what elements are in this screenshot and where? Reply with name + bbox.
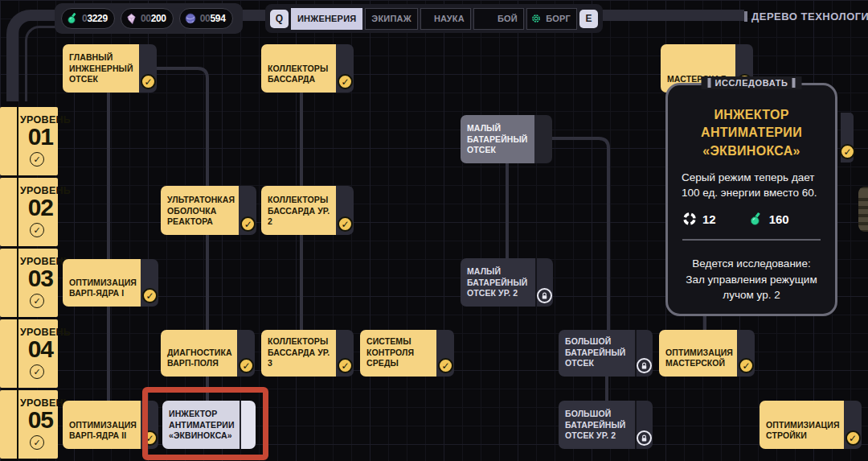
node-strip: ✓ <box>336 44 354 93</box>
popup-divider <box>682 239 821 241</box>
lock-icon <box>637 430 652 446</box>
tech-node-bussard-collectors-3[interactable]: КОЛЛЕКТОРЫ БАССАРДА УР. 3✓ <box>261 330 354 377</box>
cycle-icon <box>682 212 697 226</box>
tech-node-warp-core-optimization-2[interactable]: ОПТИМИЗАЦИЯ ВАРП-ЯДРА II✓ <box>63 401 154 449</box>
connection-main-engineering--ultrathin-reactor-shell <box>157 68 207 186</box>
tech-node-warp-field-diagnostics[interactable]: ДИАГНОСТИКА ВАРП-ПОЛЯ✓ <box>161 330 255 377</box>
check-icon: ✓ <box>338 216 353 232</box>
popup-tab-bar-left <box>708 78 711 88</box>
tech-node-warp-core-optimization-1[interactable]: ОПТИМИЗАЦИЯ ВАРП-ЯДРА I✓ <box>63 259 154 307</box>
cost-cycles-value: 12 <box>702 212 716 226</box>
check-icon: ✓ <box>845 430 861 446</box>
check-icon: ✓ <box>142 288 158 303</box>
highlight-box <box>142 387 268 460</box>
node-strip: ✓ <box>239 186 256 235</box>
popup-description: Серый режим теперь дает 100 ед. энергии … <box>668 171 835 201</box>
popup-title: ИНЖЕКТОР АНТИМАТЕРИИ «ЭКВИНОКСА» <box>668 106 835 160</box>
tech-node-workshop-optimization[interactable]: ОПТИМИЗАЦИЯ МАСТЕРСКОЙ✓ <box>659 330 753 377</box>
node-label: КОЛЛЕКТОРЫ БАССАРДА <box>261 44 336 93</box>
popup-header-tab: ИССЛЕДОВАТЬ <box>702 76 802 89</box>
node-label: ГЛАВНЫЙ ИНЖЕНЕРНЫЙ ОТСЕК <box>63 44 139 93</box>
partially-hidden-node[interactable]: ✓ <box>841 113 854 163</box>
check-icon: ✓ <box>438 358 453 373</box>
popup-tab-label: ИССЛЕДОВАТЬ <box>715 78 788 88</box>
screen-edge-node-sliver <box>858 187 868 232</box>
lock-icon <box>540 291 549 300</box>
node-label: ОПТИМИЗАЦИЯ МАСТЕРСКОЙ <box>659 330 737 377</box>
tech-node-small-battery[interactable]: МАЛЫЙ БАТАРЕЙНЫЙ ОТСЕК <box>461 115 552 163</box>
popup-tab-bar-right <box>792 78 796 88</box>
node-label: БОЛЬШОЙ БАТАРЕЙНЫЙ ОТСЕК УР. 2 <box>559 401 635 449</box>
node-strip: ✓ <box>336 330 354 377</box>
node-strip <box>535 258 553 307</box>
tech-node-bussard-collectors-2[interactable]: КОЛЛЕКТОРЫ БАССАРДА УР. 2✓ <box>261 186 354 235</box>
lock-icon <box>637 358 652 373</box>
popup-footer-line2: Зал управления режущим лучом ур. 2 <box>674 272 829 303</box>
node-label: МАЛЫЙ БАТАРЕЙНЫЙ ОТСЕК УР. 2 <box>461 258 535 307</box>
check-icon: ✓ <box>338 358 353 373</box>
tech-node-bussard-collectors[interactable]: КОЛЛЕКТОРЫ БАССАРДА✓ <box>261 44 354 93</box>
node-strip <box>635 401 653 449</box>
popup-footer-line1: Ведется исследование: <box>674 256 829 272</box>
cost-research: 160 <box>748 212 789 227</box>
check-icon: ✓ <box>240 216 256 232</box>
lock-icon <box>640 434 649 442</box>
node-strip: ✓ <box>237 330 255 377</box>
node-label: ОПТИМИЗАЦИЯ ВАРП-ЯДРА I <box>63 259 141 307</box>
check-icon: ✓ <box>338 74 353 89</box>
node-label: СИСТЕМЫ КОНТРОЛЯ СРЕДЫ <box>360 330 436 377</box>
node-label: ОПТИМИЗИАЦИЯ СТРОЙКИ <box>760 401 844 449</box>
node-label: КОЛЛЕКТОРЫ БАССАРДА УР. 3 <box>261 330 336 377</box>
check-icon: ✓ <box>141 74 156 89</box>
check-icon: ✓ <box>239 358 254 373</box>
node-label: УЛЬТРАТОНКАЯ ОБОЛОЧКА РЕАКТОРА <box>161 186 239 235</box>
check-icon: ✓ <box>739 358 754 373</box>
tech-node-construction-optimization[interactable]: ОПТИМИЗИАЦИЯ СТРОЙКИ✓ <box>760 401 854 449</box>
research-popup: ИССЛЕДОВАТЬ ИНЖЕКТОР АНТИМАТЕРИИ «ЭКВИНО… <box>665 83 837 316</box>
tech-tree-screen: ДЕРЕВО ТЕХНОЛОГИЙ 032290020000594 Q ИНЖЕ… <box>0 0 868 461</box>
node-label: КОЛЛЕКТОРЫ БАССАРДА УР. 2 <box>261 186 336 235</box>
popup-costs: 12 160 <box>668 212 835 227</box>
tech-node-small-battery-2[interactable]: МАЛЫЙ БАТАРЕЙНЫЙ ОТСЕК УР. 2 <box>461 258 553 307</box>
tech-node-large-battery[interactable]: БОЛЬШОЙ БАТАРЕЙНЫЙ ОТСЕК <box>559 330 653 377</box>
node-label: ОПТИМИЗАЦИЯ ВАРП-ЯДРА II <box>63 401 141 449</box>
connection-small-battery--large-battery <box>552 138 608 330</box>
lock-icon <box>640 361 649 370</box>
cost-research-value: 160 <box>769 212 789 226</box>
tech-node-main-engineering[interactable]: ГЛАВНЫЙ ИНЖЕНЕРНЫЙ ОТСЕК✓ <box>63 44 157 93</box>
node-strip: ✓ <box>737 330 755 377</box>
lock-icon <box>537 288 552 303</box>
node-strip: ✓ <box>336 186 354 235</box>
node-strip: ✓ <box>141 259 158 307</box>
node-strip: ✓ <box>844 401 862 449</box>
tech-node-large-battery-2[interactable]: БОЛЬШОЙ БАТАРЕЙНЫЙ ОТСЕК УР. 2 <box>559 401 653 449</box>
node-strip <box>635 330 653 377</box>
node-label: МАЛЫЙ БАТАРЕЙНЫЙ ОТСЕК <box>461 115 534 163</box>
tech-node-environment-control[interactable]: СИСТЕМЫ КОНТРОЛЯ СРЕДЫ✓ <box>360 330 454 377</box>
node-label: ДИАГНОСТИКА ВАРП-ПОЛЯ <box>161 330 237 377</box>
research-flask-icon <box>748 212 764 227</box>
check-icon: ✓ <box>840 144 855 159</box>
tech-node-ultrathin-reactor-shell[interactable]: УЛЬТРАТОНКАЯ ОБОЛОЧКА РЕАКТОРА✓ <box>161 186 255 235</box>
popup-footer: Ведется исследование: Зал управления реж… <box>674 256 829 303</box>
node-label: БОЛЬШОЙ БАТАРЕЙНЫЙ ОТСЕК <box>559 330 635 377</box>
node-strip <box>534 115 552 163</box>
node-strip: ✓ <box>139 44 157 93</box>
cost-cycles: 12 <box>682 212 716 226</box>
node-strip: ✓ <box>436 330 454 377</box>
